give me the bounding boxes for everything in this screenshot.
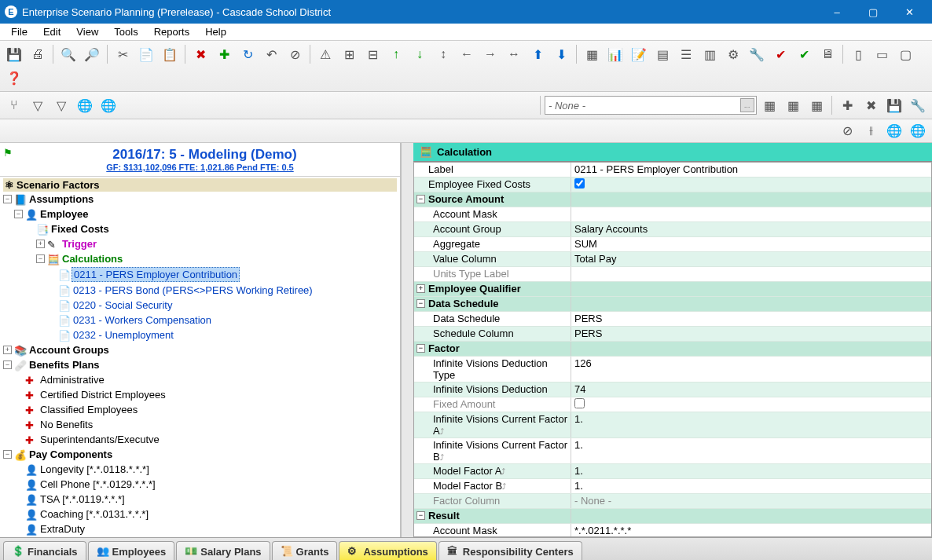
wrench-icon[interactable]: 🔧 (907, 94, 929, 116)
tree-calc-0232[interactable]: 0232 - Unemployment (72, 328, 175, 342)
prop-value-mfb[interactable]: 1. (571, 479, 931, 493)
tree-calculations[interactable]: Calculations (61, 252, 124, 265)
warning-icon[interactable]: ⚠ (314, 43, 336, 65)
tree-pc-tsa[interactable]: TSA [*.*.0119.*.*.*] (39, 492, 127, 506)
dropdown-icon[interactable]: ... (740, 98, 754, 112)
check-red-icon[interactable]: ✔ (769, 43, 791, 65)
prop-value-value-column[interactable]: Total Pay (571, 252, 931, 266)
prop-value-iv-cfb[interactable]: 1. (571, 438, 931, 463)
prop-cat-result[interactable]: −Result (414, 509, 571, 523)
delete-icon[interactable]: ✖ (189, 43, 211, 65)
prop-value-iv-cfa[interactable]: 1. (571, 412, 931, 437)
print-icon[interactable]: 🖨 (27, 43, 49, 65)
menu-file[interactable]: File (3, 24, 35, 39)
monitor-icon[interactable]: 🖥 (816, 43, 838, 65)
cancel-icon[interactable]: ⊘ (284, 43, 306, 65)
save-small-icon[interactable]: 💾 (883, 94, 905, 116)
split-icon[interactable]: ⫲ (860, 120, 882, 142)
tree-employee[interactable]: Employee (39, 207, 90, 221)
filter-add-icon[interactable]: ⑂ (3, 94, 25, 116)
gear-icon[interactable]: ⚙ (722, 43, 744, 65)
up-blue-icon[interactable]: ⬆ (527, 43, 549, 65)
save-icon[interactable]: 💾 (3, 43, 25, 65)
fixed-amount-checkbox[interactable] (574, 398, 585, 408)
tree-pc-longevity[interactable]: Longevity [*.*.0118.*.*.*] (39, 463, 151, 476)
collapse-icon[interactable]: ⊟ (361, 43, 383, 65)
grid3-icon[interactable]: ▦ (805, 94, 827, 116)
tree-pay-components[interactable]: Pay Components (28, 448, 114, 461)
collapse-icon[interactable]: − (3, 195, 12, 203)
tree-account-groups[interactable]: Account Groups (28, 343, 111, 357)
tab-salary-plans[interactable]: 💵Salary Plans (176, 541, 270, 560)
left-icon[interactable]: ← (456, 43, 478, 65)
down-green-icon[interactable]: ↓ (409, 43, 431, 65)
flag-icon[interactable]: ⚑ (3, 147, 13, 159)
check-green-icon[interactable]: ✔ (793, 43, 815, 65)
collapse-icon[interactable]: − (3, 361, 12, 369)
prop-value-mfa[interactable]: 1. (571, 464, 931, 478)
export-icon[interactable]: 📊 (604, 43, 626, 65)
refresh-icon[interactable]: ↻ (237, 43, 259, 65)
expand-icon[interactable]: ⊞ (338, 43, 360, 65)
copy-icon[interactable]: 📄 (135, 43, 157, 65)
table-add-icon[interactable]: ▤ (651, 43, 673, 65)
collapse-icon[interactable]: − (3, 450, 12, 459)
close-button[interactable]: ✕ (891, 0, 927, 24)
leftright-icon[interactable]: ↔ (503, 43, 525, 65)
vertical-scrollbar[interactable] (401, 143, 413, 537)
prop-value-account-mask[interactable] (571, 207, 931, 221)
tree-fixed-costs[interactable]: Fixed Costs (50, 222, 111, 236)
tree-calc-0213[interactable]: 0213 - PERS Bond (PERS<>PERS Working Ret… (72, 284, 314, 297)
tab-assumptions[interactable]: ⚙Assumptions (339, 541, 436, 560)
grid-icon[interactable]: ▦ (581, 43, 603, 65)
scenario-tree[interactable]: ⚛Scenario Factors −📘Assumptions −👤Employ… (0, 177, 400, 537)
prop-cat-emp-qualifier[interactable]: +Employee Qualifier (414, 282, 571, 296)
block-icon[interactable]: ⊘ (836, 120, 858, 142)
preview-icon[interactable]: 🔍 (57, 43, 79, 65)
grid1-icon[interactable]: ▦ (758, 94, 780, 116)
tree-calc-0220[interactable]: 0220 - Social Security (72, 298, 174, 312)
cut-icon[interactable]: ✂ (112, 43, 134, 65)
collapse-icon[interactable]: − (14, 210, 23, 218)
layout3-icon[interactable]: ▢ (894, 43, 916, 65)
tree-benefits-plans[interactable]: Benefits Plans (28, 358, 101, 372)
prop-value-account-group[interactable]: Salary Accounts (571, 222, 931, 236)
efc-checkbox[interactable] (574, 178, 585, 188)
tree-bp-super[interactable]: Superintendants/Executve (39, 433, 161, 446)
minimize-button[interactable]: – (819, 0, 855, 24)
stack-icon[interactable]: ☰ (675, 43, 697, 65)
expand-icon[interactable]: + (36, 240, 45, 248)
expand-icon[interactable]: + (3, 346, 12, 354)
prop-value-schedule-column[interactable]: PERS (571, 327, 931, 341)
prop-cat-source[interactable]: −Source Amount (414, 192, 571, 207)
menu-view[interactable]: View (68, 24, 106, 39)
globe-add-icon[interactable]: 🌐 (74, 94, 96, 116)
tab-grants[interactable]: 📜Grants (272, 541, 338, 560)
globe2-icon[interactable]: 🌐 (883, 120, 905, 142)
filter-icon[interactable]: ▽ (27, 94, 49, 116)
prop-value-iv-ded[interactable]: 74 (571, 382, 931, 397)
menu-tools[interactable]: Tools (106, 24, 145, 39)
tool-icon[interactable]: 🔧 (746, 43, 768, 65)
updown-icon[interactable]: ↕ (432, 43, 454, 65)
tree-pc-cellphone[interactable]: Cell Phone [*.*.0129.*.*.*] (39, 478, 157, 491)
menu-edit[interactable]: Edit (35, 24, 68, 39)
paste-icon[interactable]: 📋 (159, 43, 181, 65)
globe-remove-icon[interactable]: 🌐 (97, 94, 119, 116)
add-icon[interactable]: ✚ (213, 43, 235, 65)
plus-icon[interactable]: ✚ (836, 94, 858, 116)
tree-trigger[interactable]: Trigger (61, 237, 98, 251)
tree-bp-class[interactable]: Classified Employees (39, 403, 139, 416)
tab-employees[interactable]: 👥Employees (88, 541, 175, 560)
prop-value-data-schedule[interactable]: PERS (571, 312, 931, 326)
collapse-icon[interactable]: − (36, 254, 45, 263)
tree-calc-0231[interactable]: 0231 - Workers Compensation (72, 313, 213, 327)
property-grid[interactable]: Label0211 - PERS Employer Contribution E… (413, 162, 932, 537)
grid2-icon[interactable]: ▦ (782, 94, 804, 116)
up-green-icon[interactable]: ↑ (385, 43, 407, 65)
tree-assumptions[interactable]: Assumptions (28, 192, 95, 206)
undo-icon[interactable]: ↶ (260, 43, 282, 65)
prop-cat-data-schedule[interactable]: −Data Schedule (414, 297, 571, 311)
table-icon[interactable]: ▥ (699, 43, 721, 65)
globe3-icon[interactable]: 🌐 (907, 120, 929, 142)
